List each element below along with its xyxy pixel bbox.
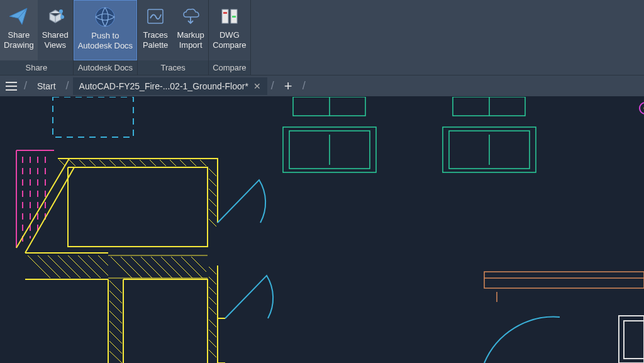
new-tab-button[interactable]: + bbox=[278, 78, 299, 94]
cube-share-icon bbox=[44, 5, 67, 28]
svg-line-44 bbox=[48, 255, 70, 278]
tab-label: Start bbox=[37, 81, 56, 91]
svg-line-78 bbox=[109, 301, 122, 313]
svg-line-25 bbox=[16, 159, 69, 248]
svg-rect-5 bbox=[223, 12, 227, 14]
svg-line-46 bbox=[68, 255, 91, 278]
svg-line-69 bbox=[209, 287, 216, 294]
svg-rect-87 bbox=[619, 316, 644, 363]
svg-line-48 bbox=[88, 255, 108, 276]
svg-line-39 bbox=[180, 160, 186, 166]
label: Push to bbox=[91, 31, 119, 41]
svg-line-76 bbox=[109, 281, 122, 293]
paper-plane-icon bbox=[8, 5, 30, 28]
label: Traces bbox=[143, 30, 168, 40]
svg-rect-7 bbox=[232, 16, 236, 18]
panel-title: Traces bbox=[138, 60, 208, 75]
svg-line-31 bbox=[99, 160, 106, 166]
svg-rect-84 bbox=[484, 272, 644, 288]
svg-line-66 bbox=[209, 219, 216, 226]
svg-line-79 bbox=[109, 311, 122, 323]
tab-label: AutoCAD-FY25_Fire-...02-1_Ground-Floor* bbox=[79, 81, 248, 91]
svg-line-61 bbox=[209, 169, 216, 176]
close-icon[interactable]: ✕ bbox=[253, 81, 261, 91]
svg-line-41 bbox=[200, 160, 206, 166]
svg-line-38 bbox=[170, 160, 176, 166]
svg-line-45 bbox=[58, 255, 80, 278]
svg-rect-4 bbox=[222, 9, 228, 23]
svg-line-74 bbox=[209, 340, 216, 347]
menu-button[interactable] bbox=[3, 77, 20, 95]
svg-line-29 bbox=[79, 160, 86, 166]
svg-line-77 bbox=[109, 291, 122, 303]
panel-title: Share bbox=[0, 60, 73, 75]
svg-line-43 bbox=[38, 255, 60, 278]
compare-docs-icon bbox=[218, 5, 241, 28]
label: DWG bbox=[219, 30, 240, 40]
drawing bbox=[0, 97, 644, 363]
svg-line-57 bbox=[161, 257, 182, 278]
svg-line-80 bbox=[109, 321, 122, 333]
shared-views-button[interactable]: Shared Views bbox=[38, 0, 73, 60]
tab-start[interactable]: Start bbox=[31, 77, 62, 95]
svg-line-63 bbox=[209, 189, 216, 196]
svg-line-40 bbox=[190, 160, 196, 166]
svg-line-26 bbox=[25, 167, 74, 253]
tab-separator: / bbox=[303, 79, 306, 92]
svg-line-30 bbox=[89, 160, 96, 166]
drawing-canvas[interactable] bbox=[0, 97, 644, 363]
svg-line-59 bbox=[181, 257, 203, 278]
svg-line-65 bbox=[209, 209, 216, 216]
svg-line-72 bbox=[209, 320, 216, 327]
svg-line-27 bbox=[59, 160, 65, 166]
globe-icon bbox=[94, 6, 116, 28]
label: Share bbox=[8, 30, 30, 40]
label: Import bbox=[179, 40, 203, 50]
label: Shared bbox=[42, 30, 69, 40]
svg-line-49 bbox=[98, 255, 108, 265]
svg-line-82 bbox=[109, 341, 122, 354]
svg-line-68 bbox=[209, 277, 216, 284]
svg-rect-88 bbox=[624, 321, 644, 359]
markup-import-button[interactable]: Markup Import bbox=[173, 0, 208, 60]
label: Autodesk Docs bbox=[78, 41, 133, 51]
svg-line-32 bbox=[109, 160, 116, 166]
svg-line-54 bbox=[131, 257, 152, 278]
svg-line-62 bbox=[209, 179, 216, 186]
svg-line-35 bbox=[140, 160, 146, 166]
svg-line-56 bbox=[151, 257, 172, 278]
share-drawing-button[interactable]: Share Drawing bbox=[0, 0, 38, 60]
dwg-compare-button[interactable]: DWG Compare bbox=[209, 0, 250, 60]
cloud-import-icon bbox=[179, 5, 202, 28]
label: Markup bbox=[177, 30, 204, 40]
ribbon-panel-traces: Traces Palette Markup Import Traces bbox=[138, 0, 209, 75]
ribbon-panel-docs: Push to Autodesk Docs Autodesk Docs bbox=[74, 0, 138, 75]
ribbon-panel-share: Share Drawing Shared Views Share bbox=[0, 0, 74, 75]
svg-line-67 bbox=[209, 267, 216, 274]
svg-line-83 bbox=[109, 351, 122, 363]
svg-line-75 bbox=[209, 350, 216, 357]
svg-line-71 bbox=[209, 307, 216, 315]
tab-separator: / bbox=[271, 79, 274, 92]
svg-line-60 bbox=[191, 257, 206, 272]
label: Drawing bbox=[4, 40, 34, 50]
svg-line-81 bbox=[109, 331, 122, 343]
traces-palette-button[interactable]: Traces Palette bbox=[138, 0, 173, 60]
svg-line-28 bbox=[69, 160, 75, 166]
tab-active-document[interactable]: AutoCAD-FY25_Fire-...02-1_Ground-Floor* … bbox=[73, 77, 267, 95]
svg-line-42 bbox=[28, 255, 50, 278]
svg-line-64 bbox=[209, 199, 216, 206]
svg-point-89 bbox=[640, 103, 644, 114]
label: Views bbox=[44, 40, 65, 50]
push-to-docs-button[interactable]: Push to Autodesk Docs bbox=[74, 0, 137, 60]
svg-line-53 bbox=[121, 257, 142, 278]
tab-separator: / bbox=[66, 79, 69, 92]
svg-line-33 bbox=[119, 160, 126, 166]
label: Compare bbox=[213, 40, 246, 50]
svg-line-34 bbox=[130, 160, 136, 166]
svg-line-52 bbox=[111, 257, 132, 278]
svg-line-73 bbox=[209, 330, 216, 337]
trace-squiggle-icon bbox=[144, 5, 167, 28]
svg-line-37 bbox=[160, 160, 166, 166]
document-tabbar: / Start / AutoCAD-FY25_Fire-...02-1_Grou… bbox=[0, 75, 644, 97]
